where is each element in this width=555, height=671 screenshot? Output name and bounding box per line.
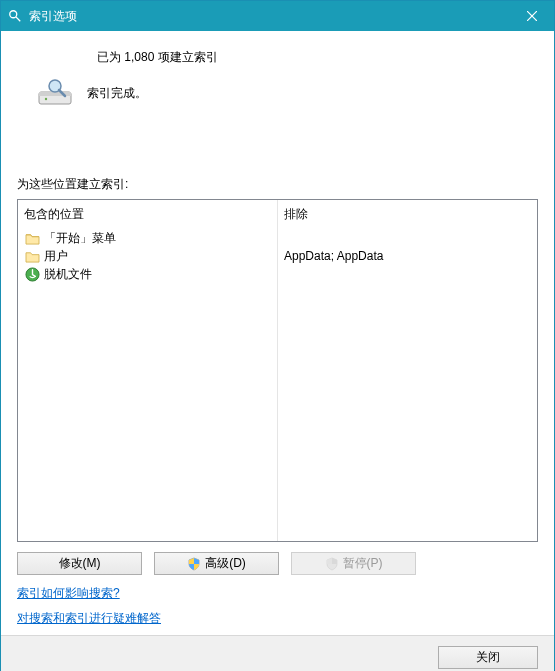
- locations-label: 为这些位置建立索引:: [17, 176, 538, 193]
- exclude-item: AppData; AppData: [284, 247, 531, 265]
- folder-icon: [24, 230, 40, 246]
- index-count-text: 已为 1,080 项建立索引: [97, 49, 218, 66]
- svg-line-1: [16, 17, 20, 21]
- list-item-label: 「开始」菜单: [44, 230, 116, 247]
- list-item[interactable]: 用户: [24, 247, 271, 265]
- close-button[interactable]: [509, 1, 554, 31]
- advanced-button-label: 高级(D): [205, 555, 246, 572]
- pause-button-label: 暂停(P): [343, 555, 383, 572]
- excluded-header: 排除: [284, 204, 531, 229]
- drive-search-icon: [37, 78, 75, 108]
- list-item-label: 脱机文件: [44, 266, 92, 283]
- list-item[interactable]: 脱机文件: [24, 265, 271, 283]
- help-link-search-impact[interactable]: 索引如何影响搜索?: [17, 585, 120, 602]
- offline-files-icon: [24, 266, 40, 282]
- window-title: 索引选项: [29, 8, 509, 25]
- svg-point-6: [45, 98, 47, 100]
- close-window-button[interactable]: 关闭: [438, 646, 538, 669]
- shield-icon: [325, 557, 339, 571]
- index-completion-text: 索引完成。: [87, 85, 147, 102]
- svg-point-0: [10, 11, 17, 18]
- help-link-troubleshoot[interactable]: 对搜索和索引进行疑难解答: [17, 610, 161, 627]
- list-item[interactable]: 「开始」菜单: [24, 229, 271, 247]
- advanced-button[interactable]: 高级(D): [154, 552, 279, 575]
- folder-icon: [24, 248, 40, 264]
- list-item-label: 用户: [44, 248, 68, 265]
- locations-box: 包含的位置 「开始」菜单: [17, 199, 538, 542]
- pause-button: 暂停(P): [291, 552, 416, 575]
- shield-icon: [187, 557, 201, 571]
- app-icon: [7, 8, 23, 24]
- included-header: 包含的位置: [24, 204, 271, 229]
- titlebar: 索引选项: [1, 1, 554, 31]
- modify-button[interactable]: 修改(M): [17, 552, 142, 575]
